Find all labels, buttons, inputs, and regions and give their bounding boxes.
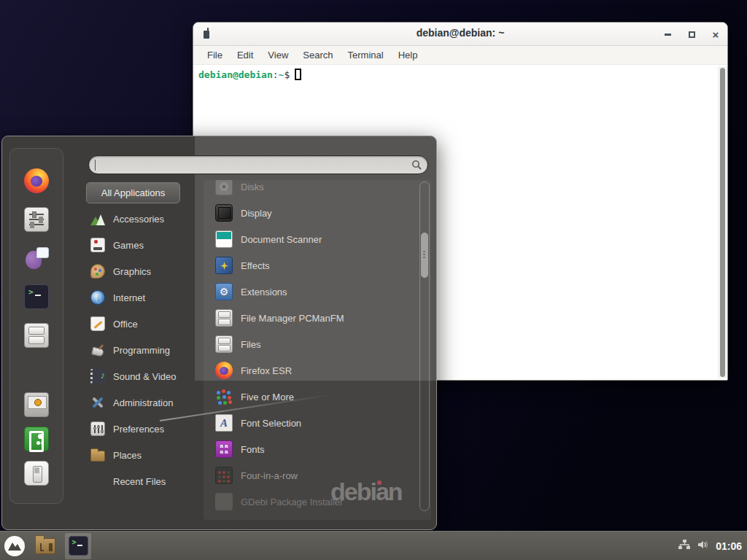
category-programming[interactable]: Programming bbox=[86, 337, 206, 363]
terminal-menu-search[interactable]: Search bbox=[295, 46, 340, 65]
app-label: Extensions bbox=[241, 287, 287, 298]
app-display[interactable]: Display bbox=[204, 200, 431, 226]
app-font-selection[interactable]: Font Selection bbox=[204, 410, 431, 436]
category-games[interactable]: Games bbox=[86, 232, 206, 258]
log-out-button[interactable] bbox=[24, 427, 49, 451]
system-tray: 01:06 bbox=[678, 539, 747, 553]
app-gdebi-package-installer[interactable]: GDebi Package Installer bbox=[204, 489, 431, 515]
search-icon bbox=[411, 160, 422, 174]
app-files[interactable]: Files bbox=[204, 331, 431, 357]
category-label: Internet bbox=[113, 292, 145, 303]
file-cabinet-icon bbox=[215, 335, 233, 353]
preferences-icon bbox=[90, 421, 105, 436]
accessories-icon bbox=[90, 211, 105, 226]
applications-pane: DisksDisplayDocument ScannerEffectsExten… bbox=[204, 180, 431, 520]
category-label: Sound & Video bbox=[113, 371, 177, 382]
terminal-button[interactable] bbox=[24, 284, 49, 309]
shutdown-button[interactable] bbox=[24, 461, 49, 486]
file-cabinet-icon bbox=[215, 309, 233, 327]
clock[interactable]: 01:06 bbox=[716, 540, 742, 552]
favorites-panel bbox=[9, 148, 63, 504]
menu-button[interactable] bbox=[4, 535, 26, 557]
document-scanner-icon bbox=[215, 230, 233, 248]
effects-icon bbox=[215, 257, 233, 274]
category-graphics[interactable]: Graphics bbox=[86, 258, 206, 284]
app-firefox-esr[interactable]: Firefox ESR bbox=[204, 357, 431, 384]
category-office[interactable]: Office bbox=[86, 311, 206, 337]
category-label: Accessories bbox=[113, 214, 164, 225]
category-recent-files[interactable]: Recent Files bbox=[86, 468, 206, 494]
pidgin-button[interactable] bbox=[24, 246, 49, 271]
favorite-launchers bbox=[24, 168, 49, 348]
prompt-user-host: debian@debian bbox=[198, 69, 273, 80]
category-administration[interactable]: Administration bbox=[86, 389, 206, 416]
taskbar-folder-button[interactable] bbox=[35, 538, 55, 554]
terminal-menu-file[interactable]: File bbox=[200, 46, 230, 65]
office-icon bbox=[90, 316, 105, 331]
category-label: Games bbox=[113, 240, 144, 251]
minimize-button[interactable] bbox=[662, 28, 673, 40]
terminal-menu-edit[interactable]: Edit bbox=[230, 46, 260, 65]
terminal-titlebar[interactable]: debian@debian: ~ × bbox=[193, 23, 727, 46]
app-label: Fonts bbox=[241, 444, 265, 455]
taskbar-terminal-active[interactable] bbox=[65, 533, 91, 559]
administration-icon bbox=[90, 395, 105, 410]
internet-icon bbox=[90, 290, 105, 305]
app-disks[interactable]: Disks bbox=[204, 180, 431, 200]
disks-icon bbox=[215, 180, 233, 195]
all-applications-label: All Applications bbox=[101, 187, 165, 198]
application-list: DisksDisplayDocument ScannerEffectsExten… bbox=[204, 180, 431, 515]
fonts-icon bbox=[215, 440, 233, 458]
category-preferences[interactable]: Preferences bbox=[86, 416, 206, 442]
category-label: Office bbox=[113, 319, 138, 330]
search-box[interactable] bbox=[88, 155, 428, 174]
search-input[interactable] bbox=[96, 158, 403, 172]
category-internet[interactable]: Internet bbox=[86, 284, 206, 311]
network-icon[interactable] bbox=[678, 539, 691, 553]
font-selection-icon bbox=[215, 414, 233, 432]
firefox-button[interactable] bbox=[24, 168, 49, 193]
application-menu: debian All Applications AccessoriesGames… bbox=[1, 136, 437, 530]
session-buttons bbox=[24, 392, 49, 486]
gdebi-icon bbox=[215, 493, 233, 510]
volume-icon[interactable] bbox=[697, 539, 710, 553]
category-sound-video[interactable]: Sound & Video bbox=[86, 363, 206, 389]
lock-screen-button[interactable] bbox=[24, 392, 49, 417]
category-label: Programming bbox=[113, 345, 170, 356]
games-icon bbox=[90, 238, 105, 252]
terminal-menu-terminal[interactable]: Terminal bbox=[341, 46, 391, 65]
category-accessories[interactable]: Accessories bbox=[86, 206, 206, 232]
settings-manager-button[interactable] bbox=[24, 207, 49, 232]
app-fonts[interactable]: Fonts bbox=[204, 436, 431, 462]
window-title: debian@debian: ~ bbox=[193, 27, 727, 39]
four-in-a-row-icon bbox=[215, 467, 233, 484]
app-label: Font Selection bbox=[241, 418, 301, 429]
terminal-scrollbar[interactable] bbox=[720, 68, 725, 377]
maximize-button[interactable] bbox=[686, 28, 697, 40]
category-label: Preferences bbox=[113, 424, 164, 435]
app-file-manager-pcmanfm[interactable]: File Manager PCManFM bbox=[204, 305, 431, 331]
app-label: Disks bbox=[241, 182, 264, 192]
close-button[interactable]: × bbox=[710, 28, 721, 40]
menu-icon bbox=[4, 535, 26, 557]
taskbar: 01:06 bbox=[0, 531, 747, 560]
window-controls: × bbox=[662, 23, 721, 46]
sound-video-icon bbox=[90, 369, 105, 384]
terminal-menu-help[interactable]: Help bbox=[391, 46, 425, 65]
app-four-in-a-row[interactable]: Four-in-a-row bbox=[204, 462, 431, 489]
app-effects[interactable]: Effects bbox=[204, 252, 431, 279]
app-label: GDebi Package Installer bbox=[241, 497, 343, 508]
graphics-icon bbox=[90, 264, 105, 279]
category-label: Administration bbox=[113, 397, 173, 408]
app-extensions[interactable]: Extensions bbox=[204, 279, 431, 305]
prompt-colon: : bbox=[273, 69, 279, 80]
category-all-applications[interactable]: All Applications bbox=[86, 182, 180, 203]
category-places[interactable]: Places bbox=[86, 442, 206, 468]
app-label: Effects bbox=[241, 260, 270, 271]
file-cabinet-button[interactable] bbox=[24, 323, 49, 348]
places-icon bbox=[90, 451, 105, 462]
programming-icon bbox=[90, 343, 105, 357]
terminal-menu-view[interactable]: View bbox=[260, 46, 295, 65]
app-document-scanner[interactable]: Document Scanner bbox=[204, 226, 431, 252]
apps-scrollbar[interactable] bbox=[421, 233, 428, 278]
